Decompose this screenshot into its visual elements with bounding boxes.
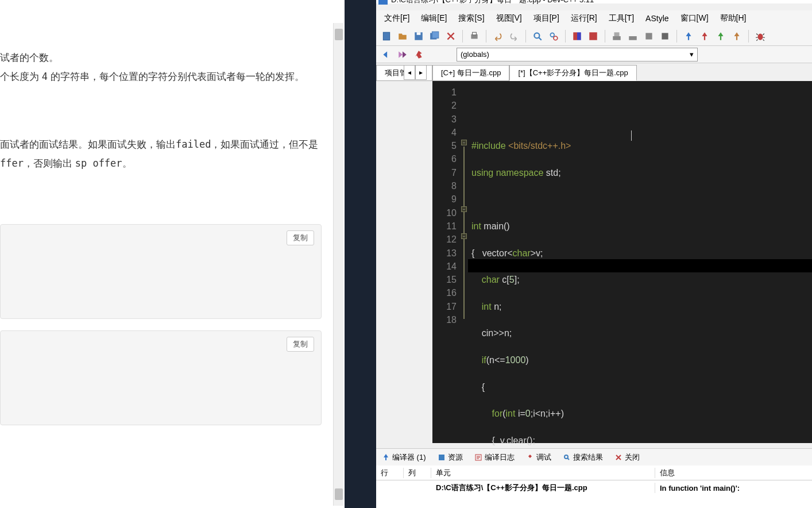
svg-rect-19 bbox=[704, 35, 705, 40]
file-tab-active[interactable]: [*]【C++影子分身】每日一题.cpp bbox=[509, 65, 636, 81]
nav-up-icon[interactable] bbox=[698, 29, 712, 43]
svg-rect-6 bbox=[473, 32, 477, 35]
nav-up-icon[interactable] bbox=[682, 29, 695, 43]
file-tabs: [C+] 每日一题.cpp [*]【C++影子分身】每日一题.cpp bbox=[432, 65, 812, 81]
secondary-toolbar: (globals) ▾ bbox=[376, 46, 812, 63]
svg-rect-11 bbox=[577, 32, 581, 40]
scrollbar-thumb[interactable] bbox=[335, 29, 343, 40]
nav-icon[interactable] bbox=[380, 48, 393, 61]
find-icon[interactable] bbox=[531, 29, 544, 43]
open-file-icon[interactable] bbox=[396, 29, 409, 43]
resource-tab[interactable]: 资源 bbox=[432, 450, 469, 465]
col-col[interactable]: 列 bbox=[404, 468, 431, 478]
svg-rect-24 bbox=[439, 455, 444, 460]
svg-point-9 bbox=[554, 36, 558, 40]
window-title: D:\C语言练习\【C++影子分身】每日一题.cpp - Dev-C++ 5.1… bbox=[391, 0, 594, 5]
search-results-tab[interactable]: 搜索结果 bbox=[557, 450, 609, 465]
svg-rect-18 bbox=[688, 35, 689, 40]
debug-icon[interactable] bbox=[626, 29, 640, 43]
save-icon[interactable] bbox=[412, 29, 426, 43]
debug-tab[interactable]: 调试 bbox=[520, 450, 557, 465]
compile-log-tab[interactable]: 编译日志 bbox=[469, 450, 520, 465]
menu-run[interactable]: 运行[R] bbox=[565, 11, 603, 26]
redo-icon[interactable] bbox=[507, 29, 521, 43]
ide-window: D:\C语言练习\【C++影子分身】每日一题.cpp - Dev-C++ 5.1… bbox=[376, 0, 812, 508]
run-icon[interactable] bbox=[586, 29, 600, 43]
svg-rect-23 bbox=[385, 457, 386, 460]
compiler-output-table: 行 列 单元 信息 D:\C语言练习\【C++影子分身】每日一题.cpp In … bbox=[376, 465, 812, 508]
code-editor[interactable]: 123 456 789 101112 131415 161718 − − − #… bbox=[432, 81, 812, 443]
svg-rect-20 bbox=[720, 35, 721, 40]
svg-rect-12 bbox=[589, 32, 597, 40]
example-output-box: 复制 bbox=[0, 330, 322, 425]
line-number-gutter: 123 456 789 101112 131415 161718 bbox=[432, 81, 461, 443]
compiler-tab[interactable]: 编译器 (1) bbox=[376, 450, 432, 465]
problem-panel: 试者的个数。 个长度为 4 的字符串，每个位置的字符分别代表面试者每一轮的发挥。… bbox=[0, 0, 345, 508]
nav-icon[interactable] bbox=[412, 48, 426, 61]
menu-view[interactable]: 视图[V] bbox=[490, 11, 528, 26]
file-tab[interactable]: [C+] 每日一题.cpp bbox=[432, 65, 509, 81]
profiler-icon[interactable] bbox=[642, 29, 656, 43]
svg-rect-14 bbox=[614, 32, 620, 36]
svg-rect-16 bbox=[645, 33, 652, 39]
fold-marker-icon[interactable]: − bbox=[461, 140, 467, 145]
svg-rect-17 bbox=[662, 33, 668, 39]
window-title-bar: D:\C语言练习\【C++影子分身】每日一题.cpp - Dev-C++ 5.1… bbox=[376, 0, 812, 3]
menu-astyle[interactable]: AStyle bbox=[640, 11, 674, 25]
close-icon[interactable] bbox=[444, 29, 458, 43]
new-file-icon[interactable] bbox=[380, 29, 393, 43]
config-icon[interactable] bbox=[658, 29, 672, 43]
scrollbar-thumb[interactable] bbox=[335, 488, 343, 500]
nav-up-icon[interactable] bbox=[714, 29, 728, 43]
col-unit[interactable]: 单元 bbox=[431, 468, 655, 478]
save-all-icon[interactable] bbox=[428, 29, 442, 43]
text-cursor bbox=[631, 130, 632, 141]
menu-bar: 文件[F] 编辑[E] 搜索[S] 视图[V] 项目[P] 运行[R] 工具[T… bbox=[376, 10, 812, 26]
left-scrollbar[interactable] bbox=[333, 23, 343, 506]
svg-rect-0 bbox=[383, 32, 389, 40]
menu-project[interactable]: 项目[P] bbox=[528, 11, 565, 26]
rebuild-icon[interactable] bbox=[610, 29, 624, 43]
svg-point-8 bbox=[550, 33, 554, 37]
problem-input-desc: 试者的个数。 个长度为 4 的字符串，每个位置的字符分别代表面试者每一轮的发挥。 bbox=[0, 49, 324, 87]
example-input-box: 复制 bbox=[0, 224, 322, 319]
svg-rect-13 bbox=[613, 36, 621, 40]
svg-rect-4 bbox=[432, 32, 439, 38]
menu-tools[interactable]: 工具[T] bbox=[603, 11, 640, 26]
chevron-down-icon: ▾ bbox=[690, 50, 694, 59]
nav-up-icon[interactable] bbox=[730, 29, 744, 43]
scope-dropdown[interactable]: (globals) ▾ bbox=[457, 48, 698, 61]
menu-help[interactable]: 帮助[H] bbox=[714, 11, 752, 26]
copy-button[interactable]: 复制 bbox=[287, 337, 314, 352]
undo-icon[interactable] bbox=[491, 29, 505, 43]
sidebar-next-icon[interactable]: ▸ bbox=[415, 65, 427, 80]
col-row[interactable]: 行 bbox=[376, 468, 404, 478]
fold-marker-icon[interactable]: − bbox=[461, 233, 467, 239]
menu-file[interactable]: 文件[F] bbox=[378, 11, 415, 26]
menu-window[interactable]: 窗口[W] bbox=[675, 11, 714, 26]
nav-icon[interactable] bbox=[396, 48, 409, 61]
compile-icon[interactable] bbox=[570, 29, 584, 43]
svg-rect-10 bbox=[573, 32, 577, 40]
replace-icon[interactable] bbox=[547, 29, 560, 43]
app-icon bbox=[378, 0, 388, 5]
copy-button[interactable]: 复制 bbox=[287, 230, 314, 245]
svg-point-22 bbox=[758, 33, 763, 40]
fold-column: − − − bbox=[461, 81, 468, 443]
sidebar-prev-icon[interactable]: ◂ bbox=[404, 65, 415, 80]
table-row[interactable]: D:\C语言练习\【C++影子分身】每日一题.cpp In function '… bbox=[376, 480, 812, 495]
svg-rect-21 bbox=[736, 35, 737, 40]
svg-point-7 bbox=[534, 33, 539, 38]
code-content[interactable]: #include <bits/stdc++.h> using namespace… bbox=[468, 81, 812, 443]
menu-edit[interactable]: 编辑[E] bbox=[415, 11, 453, 26]
print-icon[interactable] bbox=[467, 29, 481, 43]
problem-output-desc: 面试者的面试结果。如果面试失败，输出failed，如果面试通过，但不是 ffer… bbox=[0, 135, 322, 174]
main-toolbar bbox=[376, 26, 812, 46]
col-info[interactable]: 信息 bbox=[655, 468, 812, 478]
close-tab[interactable]: 关闭 bbox=[609, 450, 645, 465]
svg-rect-2 bbox=[417, 32, 421, 35]
menu-search[interactable]: 搜索[S] bbox=[453, 11, 490, 26]
bottom-tabs-bar: 编译器 (1) 资源 编译日志 调试 搜索结果 关闭 bbox=[376, 448, 812, 465]
bug-icon[interactable] bbox=[753, 29, 767, 43]
fold-marker-icon[interactable]: − bbox=[461, 206, 467, 212]
